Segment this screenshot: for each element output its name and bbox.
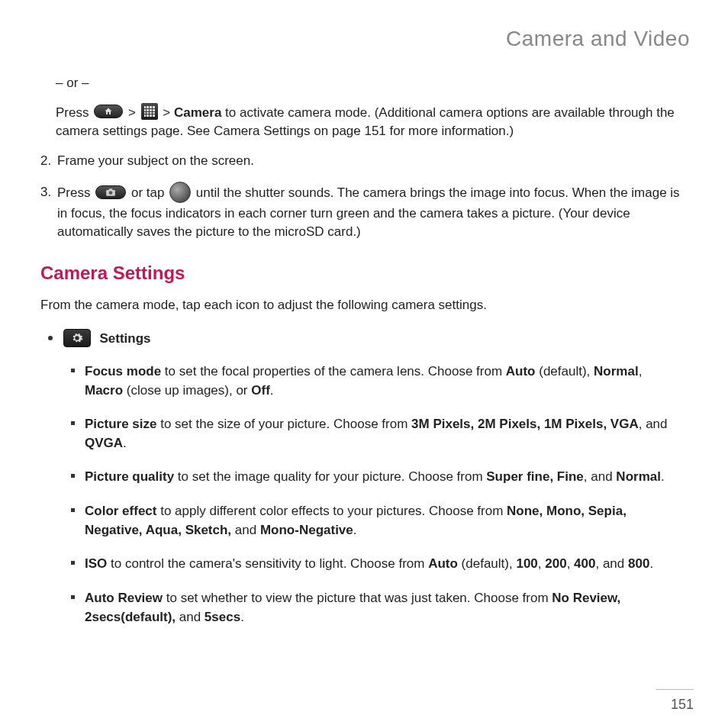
text: to set whether to view the picture that … — [163, 591, 552, 605]
val: Macro — [85, 383, 123, 398]
press-instruction: Press > > Camera to activate camera mode… — [56, 104, 688, 141]
val: 800 — [628, 556, 649, 571]
camera-settings-heading: Camera Settings — [40, 260, 688, 287]
label: Focus mode — [85, 364, 161, 378]
val: 400 — [574, 556, 595, 571]
text: > — [163, 105, 174, 120]
label: Color effect — [85, 504, 156, 518]
step-text: Press or tap until the shutter sounds. T… — [57, 183, 688, 242]
label: Auto Review — [85, 591, 163, 605]
svg-rect-1 — [109, 188, 113, 190]
page-number: 151 — [671, 691, 694, 713]
svg-point-2 — [109, 191, 113, 195]
label: Picture size — [85, 417, 157, 431]
step-text: Frame your subject on the screen. — [57, 152, 688, 171]
text: , and — [584, 469, 617, 484]
setting-picture-quality: Picture quality to set the image quality… — [85, 468, 688, 487]
settings-label: Settings — [99, 331, 150, 346]
text: . — [649, 556, 653, 571]
shutter-icon — [169, 182, 191, 203]
section-title: Camera and Video — [34, 27, 694, 51]
setting-iso: ISO to control the camera's sensitivity … — [85, 555, 688, 574]
text: and — [231, 523, 260, 537]
text: to set the focal properties of the camer… — [161, 364, 506, 378]
val: 200 — [545, 556, 566, 571]
page-content: – or – Press > > Camera to activate came… — [34, 74, 694, 627]
val: Auto — [428, 556, 458, 571]
footer-divider — [656, 689, 694, 690]
settings-group: Settings — [62, 330, 688, 349]
label: Picture quality — [85, 469, 174, 484]
text: (default), — [536, 364, 594, 378]
text: or tap — [131, 185, 168, 200]
val: 3M Pixels, 2M Pixels, 1M Pixels, VGA — [411, 417, 639, 431]
text: , — [538, 556, 545, 571]
step-number: 3. — [40, 183, 57, 242]
text: . — [661, 469, 665, 484]
text: (close up images), or — [123, 383, 251, 398]
text: . — [123, 436, 127, 450]
text: Press — [56, 105, 92, 120]
text: , — [639, 364, 643, 378]
text: (default), — [458, 556, 517, 571]
gear-icon — [63, 329, 91, 347]
val: Off — [251, 383, 270, 398]
camera-key-icon — [95, 185, 126, 199]
text: to set the size of your picture. Choose … — [157, 417, 412, 431]
setting-picture-size: Picture size to set the size of your pic… — [85, 415, 688, 453]
heading-description: From the camera mode, tap each icon to a… — [40, 296, 688, 315]
text: . — [240, 610, 244, 624]
val: Normal — [616, 469, 661, 484]
step-2: 2. Frame your subject on the screen. — [40, 152, 688, 171]
val: Super fine, Fine — [486, 469, 584, 484]
or-separator: – or – — [56, 74, 688, 93]
text: to set the image quality for your pictur… — [174, 469, 486, 484]
setting-auto-review: Auto Review to set whether to view the p… — [85, 589, 688, 627]
home-key-icon — [94, 105, 123, 118]
text: , and — [639, 417, 668, 431]
text: , and — [595, 556, 628, 571]
text: to control the camera's sensitivity to l… — [107, 556, 428, 571]
step-3: 3. Press or tap until the shutter sounds… — [40, 183, 688, 242]
step-number: 2. — [40, 152, 57, 171]
val: 100 — [516, 556, 537, 571]
val: Normal — [594, 364, 639, 378]
text: and — [176, 610, 205, 624]
val: 5secs — [205, 610, 240, 624]
label: ISO — [85, 556, 107, 571]
text: Press — [57, 185, 94, 200]
text: to apply different color effects to your… — [156, 504, 507, 518]
text: . — [353, 523, 357, 537]
setting-focus-mode: Focus mode to set the focal properties o… — [85, 362, 688, 400]
camera-label: Camera — [174, 105, 221, 120]
val: Mono-Negative — [260, 523, 353, 537]
val: Auto — [506, 364, 536, 378]
apps-grid-icon — [141, 103, 158, 120]
text: , — [567, 556, 574, 571]
text: . — [270, 383, 274, 398]
val: QVGA — [85, 436, 123, 450]
text: > — [128, 105, 140, 120]
setting-color-effect: Color effect to apply different color ef… — [85, 502, 688, 540]
